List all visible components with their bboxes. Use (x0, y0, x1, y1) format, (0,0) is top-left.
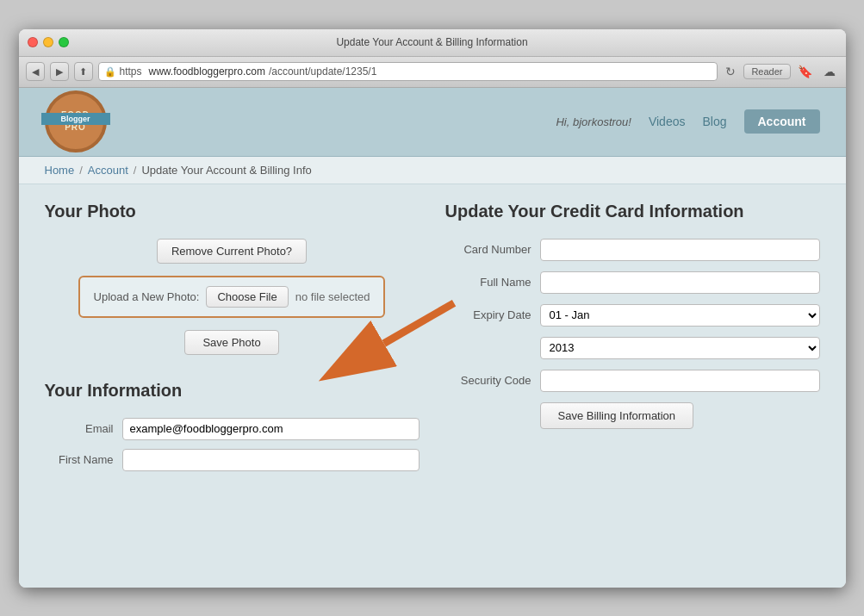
nav-videos-link[interactable]: Videos (649, 115, 686, 128)
card-number-label: Card Number (445, 243, 531, 256)
nav-account-button[interactable]: Account (744, 109, 820, 134)
first-name-input[interactable] (122, 449, 420, 471)
breadcrumb: Home / Account / Update Your Account & B… (45, 164, 820, 177)
traffic-lights (28, 37, 69, 47)
url-protocol: https (120, 65, 142, 78)
logo-circle: FOOD Blogger PRO (45, 90, 107, 152)
breadcrumb-sep-2: / (134, 164, 137, 177)
share-button[interactable]: ⬆ (74, 62, 93, 81)
card-number-input[interactable] (540, 239, 820, 261)
breadcrumb-sep-1: / (79, 164, 83, 177)
card-number-row: Card Number (445, 239, 820, 261)
first-name-row: First Name (45, 449, 420, 471)
address-bar: ◀ ▶ ⬆ 🔒 https www.foodbloggerpro.com /ac… (19, 57, 846, 88)
photo-controls: Remove Current Photo? Upload a New Photo… (45, 239, 420, 355)
main-wrapper: Your Photo Remove Current Photo? Upload … (19, 184, 846, 497)
upload-label: Upload a New Photo: (94, 290, 200, 303)
cc-section-title: Update Your Credit Card Information (445, 202, 820, 221)
security-code-label: Security Code (445, 374, 531, 387)
logo-blogger-text: Blogger (60, 115, 90, 123)
bookmark-button[interactable]: 🔖 (796, 62, 815, 81)
breadcrumb-account[interactable]: Account (88, 164, 128, 177)
forward-button[interactable]: ▶ (50, 62, 69, 81)
info-section-title: Your Information (45, 381, 420, 401)
minimize-button[interactable] (43, 37, 53, 47)
title-bar: Update Your Account & Billing Informatio… (19, 29, 846, 57)
first-name-label: First Name (45, 453, 114, 466)
expiry-year-select[interactable]: 2013 (540, 337, 820, 359)
security-code-input[interactable] (540, 370, 820, 392)
save-billing-button[interactable]: Save Billing Information (540, 402, 694, 429)
right-column: Update Your Credit Card Information Card… (445, 202, 820, 480)
save-photo-button[interactable]: Save Photo (184, 330, 278, 355)
email-label: Email (45, 422, 114, 435)
url-bar[interactable]: 🔒 https www.foodbloggerpro.com /account/… (98, 62, 718, 81)
full-name-row: Full Name (445, 271, 820, 294)
site-content: FOOD Blogger PRO Hi, bjorkostrou! Videos… (19, 88, 846, 588)
logo-ribbon: Blogger (41, 113, 110, 125)
refresh-button[interactable]: ↻ (723, 64, 738, 79)
nav-links: Hi, bjorkostrou! Videos Blog Account (556, 109, 819, 134)
security-code-row: Security Code (445, 370, 820, 392)
maximize-button[interactable] (59, 37, 69, 47)
site-logo: FOOD Blogger PRO (45, 90, 107, 152)
url-path: /account/update/1235/1 (269, 65, 376, 78)
breadcrumb-bar: Home / Account / Update Your Account & B… (19, 157, 846, 184)
choose-file-button[interactable]: Choose File (206, 286, 288, 308)
upload-area: Upload a New Photo: Choose File no file … (78, 276, 386, 318)
email-row: Email (45, 418, 420, 440)
full-name-label: Full Name (445, 276, 531, 289)
expiry-year-row: 2013 (445, 337, 820, 359)
nav-greeting: Hi, bjorkostrou! (556, 115, 631, 128)
left-column: Your Photo Remove Current Photo? Upload … (45, 202, 420, 480)
expiry-date-row: Expiry Date 01 - Jan (445, 304, 820, 327)
full-name-input[interactable] (540, 271, 820, 294)
site-header: FOOD Blogger PRO Hi, bjorkostrou! Videos… (19, 88, 846, 157)
browser-window: Update Your Account & Billing Informatio… (19, 29, 846, 588)
main-content: Your Photo Remove Current Photo? Upload … (19, 184, 846, 497)
breadcrumb-home[interactable]: Home (45, 164, 75, 177)
reader-button[interactable]: Reader (743, 64, 790, 79)
no-file-text: no file selected (295, 290, 370, 303)
expiry-date-label: Expiry Date (445, 308, 531, 321)
window-title: Update Your Account & Billing Informatio… (336, 36, 527, 48)
expiry-month-select[interactable]: 01 - Jan (540, 304, 820, 327)
nav-blog-link[interactable]: Blog (702, 115, 726, 128)
cc-section: Update Your Credit Card Information Card… (445, 202, 820, 429)
breadcrumb-current: Update Your Account & Billing Info (141, 164, 311, 177)
remove-photo-button[interactable]: Remove Current Photo? (157, 239, 307, 264)
info-section: Your Information Email First Name (45, 381, 420, 471)
ssl-lock-icon: 🔒 (104, 66, 116, 78)
photo-section-title: Your Photo (45, 202, 420, 221)
back-button[interactable]: ◀ (26, 62, 45, 81)
cloud-button[interactable]: ☁ (820, 62, 839, 81)
close-button[interactable] (28, 37, 38, 47)
save-billing-row: Save Billing Information (445, 402, 820, 429)
email-input[interactable] (122, 418, 420, 440)
photo-section: Your Photo Remove Current Photo? Upload … (45, 202, 420, 355)
url-domain: www.foodbloggerpro.com (149, 65, 265, 78)
